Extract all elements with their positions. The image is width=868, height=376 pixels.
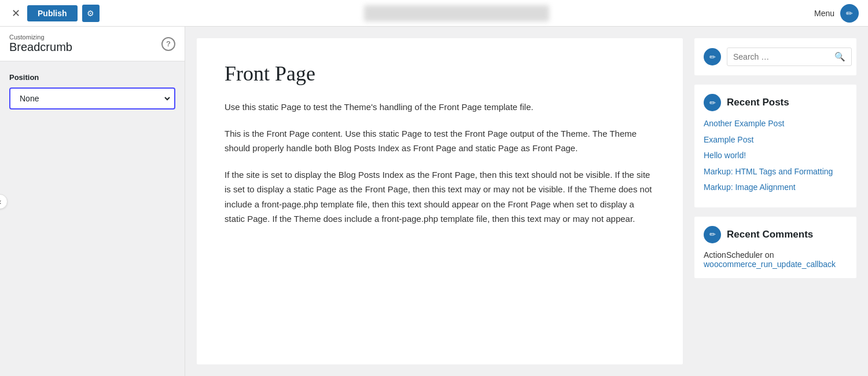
recent-posts-header: ✏ Recent Posts (704, 94, 847, 111)
gear-icon: ⚙ (87, 9, 94, 18)
paragraph-3: If the site is set to display the Blog P… (225, 167, 655, 227)
recent-posts-title: Recent Posts (727, 97, 789, 108)
pencil-icon: ✏ (709, 53, 716, 61)
top-bar-center (364, 5, 549, 21)
breadcrumb-title: Breadcrumb (9, 41, 72, 54)
search-widget-icon: ✏ (704, 48, 721, 65)
page-title: Front Page (225, 61, 655, 86)
list-item: Another Example Post (704, 118, 847, 130)
post-link-3[interactable]: Hello world! (704, 151, 746, 160)
top-bar-right: Menu ✏ (814, 4, 859, 23)
main-content-block: Front Page Use this static Page to test … (197, 38, 683, 364)
customizer-sidebar: ‹ Customizing Breadcrumb ? Position None… (0, 27, 185, 376)
menu-link[interactable]: Menu (814, 9, 834, 18)
recent-comments-text: ActionScheduler on woocommerce_run_updat… (704, 250, 847, 269)
search-widget: ✏ 🔍 (694, 38, 856, 75)
close-button[interactable]: ✕ (9, 5, 23, 22)
recent-comments-title: Recent Comments (727, 229, 813, 240)
position-select-wrapper: None Below Title Below Header Above Foot… (9, 87, 175, 109)
search-icon: 🔍 (834, 52, 845, 61)
help-icon[interactable]: ? (161, 37, 175, 51)
recent-posts-list: Another Example Post Example Post Hello … (704, 118, 847, 194)
recent-comments-icon: ✏ (704, 226, 721, 243)
recent-posts-widget: ✏ Recent Posts Another Example Post Exam… (694, 85, 856, 207)
search-submit-button[interactable]: 🔍 (834, 52, 845, 62)
main-layout: ‹ Customizing Breadcrumb ? Position None… (0, 27, 868, 376)
post-link-5[interactable]: Markup: Image Alignment (704, 182, 796, 192)
list-item: Markup: HTML Tags and Formatting (704, 166, 847, 178)
paragraph-2: This is the Front Page content. Use this… (225, 126, 655, 156)
right-sidebar: ✏ 🔍 ✏ Recent Posts (694, 38, 856, 364)
search-input[interactable] (733, 52, 834, 61)
sidebar-header: Customizing Breadcrumb ? (0, 27, 185, 61)
top-bar-left: ✕ Publish ⚙ (9, 5, 100, 22)
post-link-1[interactable]: Another Example Post (704, 119, 784, 128)
sidebar-header-inner: Customizing Breadcrumb (9, 34, 72, 54)
recent-comments-link[interactable]: woocommerce_run_update_callback (704, 260, 836, 269)
search-widget-row: ✏ 🔍 (704, 48, 847, 66)
publish-button[interactable]: Publish (27, 5, 78, 21)
position-select[interactable]: None Below Title Below Header Above Foot… (13, 90, 172, 107)
recent-comments-header: ✏ Recent Comments (704, 226, 847, 243)
sidebar-content: Position None Below Title Below Header A… (0, 61, 185, 376)
post-link-4[interactable]: Markup: HTML Tags and Formatting (704, 167, 833, 176)
content-area: Front Page Use this static Page to test … (185, 27, 868, 376)
pencil-icon-2: ✏ (709, 98, 716, 107)
position-label: Position (9, 73, 175, 82)
customizing-label: Customizing (9, 34, 72, 41)
post-link-2[interactable]: Example Post (704, 135, 753, 144)
list-item: Hello world! (704, 150, 847, 162)
edit-icon: ✏ (846, 9, 853, 18)
paragraph-1: Use this static Page to test the Theme's… (225, 100, 655, 115)
edit-icon-circle[interactable]: ✏ (840, 4, 859, 23)
search-input-wrapper: 🔍 (727, 48, 852, 66)
site-title-blurred (364, 5, 549, 21)
top-bar: ✕ Publish ⚙ Menu ✏ (0, 0, 868, 27)
back-icon: ‹ (0, 197, 1, 206)
recent-comments-widget: ✏ Recent Comments ActionScheduler on woo… (694, 217, 856, 278)
list-item: Markup: Image Alignment (704, 182, 847, 194)
pencil-icon-3: ✏ (709, 230, 716, 239)
list-item: Example Post (704, 134, 847, 146)
gear-button[interactable]: ⚙ (82, 5, 100, 22)
recent-posts-icon: ✏ (704, 94, 721, 111)
